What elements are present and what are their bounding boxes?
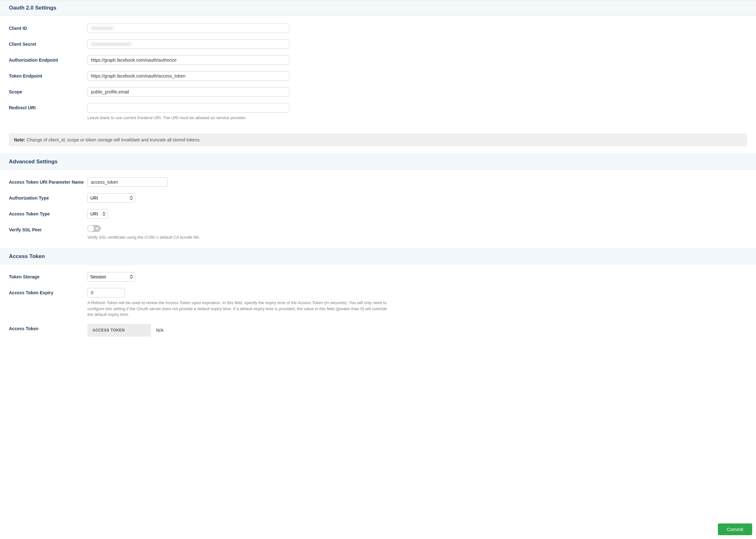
client-secret-row: Client Secret: [9, 39, 747, 49]
client-id-label: Client ID: [9, 24, 87, 31]
auth-type-label: Authorization Type: [9, 193, 87, 200]
param-name-label: Access Token URI Parameter Name: [9, 177, 87, 185]
access-token-value: N/A: [151, 324, 168, 337]
advanced-section-body: Access Token URI Parameter Name Authoriz…: [0, 170, 756, 249]
access-token-label: Access Token: [9, 324, 87, 331]
toggle-knob: [88, 225, 94, 232]
token-type-select[interactable]: URI: [87, 209, 108, 219]
token-expiry-label: Access Token Expiry: [9, 288, 87, 295]
auth-endpoint-row: Authorization Endpoint: [9, 55, 747, 65]
token-endpoint-label: Token Endpoint: [9, 71, 87, 79]
redirect-uri-row: Redirect URI Leave blank to use current …: [9, 103, 747, 121]
access-token-row: Access Token ACCESS TOKEN N/A: [9, 324, 747, 337]
token-expiry-help: A Refresh Token will be used to renew th…: [87, 300, 393, 318]
advanced-section-title: Advanced Settings: [9, 159, 747, 165]
token-storage-label: Token Storage: [9, 272, 87, 279]
token-endpoint-row: Token Endpoint: [9, 71, 747, 81]
auth-type-select[interactable]: URI: [87, 193, 135, 203]
scope-label: Scope: [9, 87, 87, 94]
param-name-input[interactable]: [87, 177, 168, 187]
oauth-section-header: Oauth 2.0 Settings: [0, 0, 756, 16]
token-endpoint-input[interactable]: [87, 71, 289, 81]
auth-type-row: Authorization Type URI: [9, 193, 747, 203]
oauth-note: Note: Change of client_id, scope or toke…: [9, 133, 747, 146]
auth-endpoint-label: Authorization Endpoint: [9, 55, 87, 63]
redirect-uri-input[interactable]: [87, 103, 289, 113]
verify-ssl-help: Verify SSL certificate using the CURL's …: [87, 235, 289, 240]
oauth-note-label: Note:: [14, 137, 26, 142]
oauth-section-body: Client ID Client Secret Authorization En…: [0, 16, 756, 133]
token-storage-select[interactable]: Session: [87, 272, 135, 281]
verify-ssl-toggle[interactable]: [87, 225, 101, 232]
redirect-uri-help: Leave blank to use current frontend URI.…: [87, 115, 289, 121]
verify-ssl-row: Verify SSL Peer Verify SSL certificate u…: [9, 225, 747, 240]
token-type-label: Access Token Type: [9, 209, 87, 216]
scope-row: Scope: [9, 87, 747, 97]
auth-endpoint-input[interactable]: [87, 55, 289, 65]
access-token-table: ACCESS TOKEN N/A: [87, 324, 289, 337]
token-storage-row: Token Storage Session: [9, 272, 747, 281]
client-id-input[interactable]: [87, 24, 289, 33]
param-name-row: Access Token URI Parameter Name: [9, 177, 747, 187]
client-secret-label: Client Secret: [9, 39, 87, 47]
access-token-section-title: Access Token: [9, 253, 747, 260]
client-id-row: Client ID: [9, 24, 747, 33]
access-token-section-header: Access Token: [0, 249, 756, 265]
oauth-section-title: Oauth 2.0 Settings: [9, 5, 747, 11]
oauth-note-text: Change of client_id, scope or token stor…: [26, 137, 201, 142]
toggle-off-icon: [96, 227, 99, 230]
token-type-row: Access Token Type URI: [9, 209, 747, 219]
token-expiry-row: Access Token Expiry A Refresh Token will…: [9, 288, 747, 318]
access-token-section-body: Token Storage Session Access Token Expir…: [0, 265, 756, 343]
advanced-section-header: Advanced Settings: [0, 154, 756, 170]
scope-input[interactable]: [87, 87, 289, 97]
token-expiry-input[interactable]: [87, 288, 125, 297]
redirect-uri-label: Redirect URI: [9, 103, 87, 110]
verify-ssl-label: Verify SSL Peer: [9, 225, 87, 232]
client-secret-input[interactable]: [87, 39, 289, 49]
access-token-th: ACCESS TOKEN: [87, 324, 151, 337]
